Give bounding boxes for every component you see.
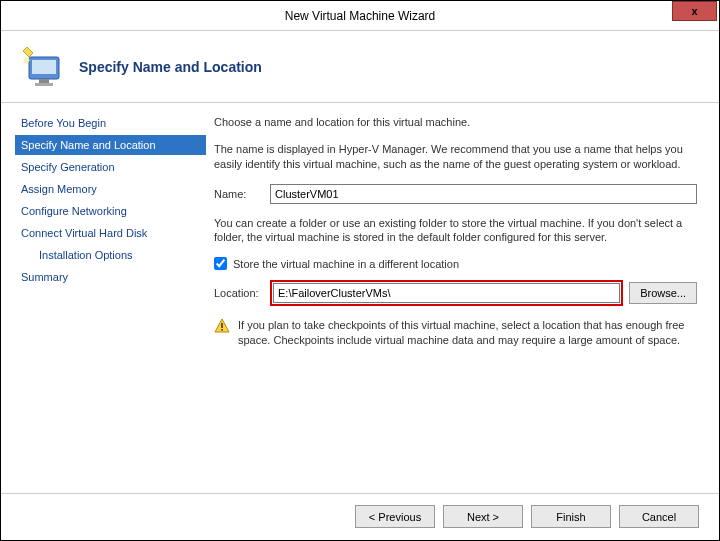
location-highlight [270,280,623,306]
next-button[interactable]: Next > [443,505,523,528]
name-label: Name: [214,188,270,200]
store-different-location-checkbox[interactable] [214,257,227,270]
previous-button[interactable]: < Previous [355,505,435,528]
close-icon: x [691,5,697,17]
wizard-icon [19,43,67,91]
store-different-location-row: Store the virtual machine in a different… [214,257,697,270]
name-input[interactable] [270,184,697,204]
svg-rect-2 [39,79,49,83]
finish-button[interactable]: Finish [531,505,611,528]
step-connect-vhd[interactable]: Connect Virtual Hard Disk [15,223,206,243]
location-label: Location: [214,287,270,299]
warning-row: If you plan to take checkpoints of this … [214,318,697,348]
step-before-you-begin[interactable]: Before You Begin [15,113,206,133]
step-summary[interactable]: Summary [15,267,206,287]
location-input[interactable] [273,283,620,303]
step-assign-memory[interactable]: Assign Memory [15,179,206,199]
warning-icon [214,318,230,334]
name-help-text: The name is displayed in Hyper-V Manager… [214,142,697,172]
svg-rect-8 [221,329,223,331]
step-specify-name-location[interactable]: Specify Name and Location [15,135,206,155]
svg-rect-1 [32,60,56,74]
wizard-footer: < Previous Next > Finish Cancel [1,493,719,539]
page-title: Specify Name and Location [79,59,262,75]
wizard-body: Before You Begin Specify Name and Locati… [1,103,719,493]
wizard-header: Specify Name and Location [1,31,719,103]
step-installation-options[interactable]: Installation Options [15,245,206,265]
browse-button[interactable]: Browse... [629,282,697,304]
intro-text: Choose a name and location for this virt… [214,115,697,130]
store-different-location-label: Store the virtual machine in a different… [233,258,459,270]
warning-text: If you plan to take checkpoints of this … [238,318,697,348]
cancel-button[interactable]: Cancel [619,505,699,528]
location-row: Location: Browse... [214,280,697,306]
name-row: Name: [214,184,697,204]
close-button[interactable]: x [672,1,717,21]
wizard-content: Choose a name and location for this virt… [206,103,719,493]
svg-rect-3 [35,83,53,86]
svg-rect-7 [221,323,223,328]
wizard-steps-sidebar: Before You Begin Specify Name and Locati… [1,103,206,493]
svg-marker-4 [23,47,33,57]
step-specify-generation[interactable]: Specify Generation [15,157,206,177]
folder-help-text: You can create a folder or use an existi… [214,216,697,246]
window-title: New Virtual Machine Wizard [1,9,719,23]
titlebar: New Virtual Machine Wizard x [1,1,719,31]
step-configure-networking[interactable]: Configure Networking [15,201,206,221]
